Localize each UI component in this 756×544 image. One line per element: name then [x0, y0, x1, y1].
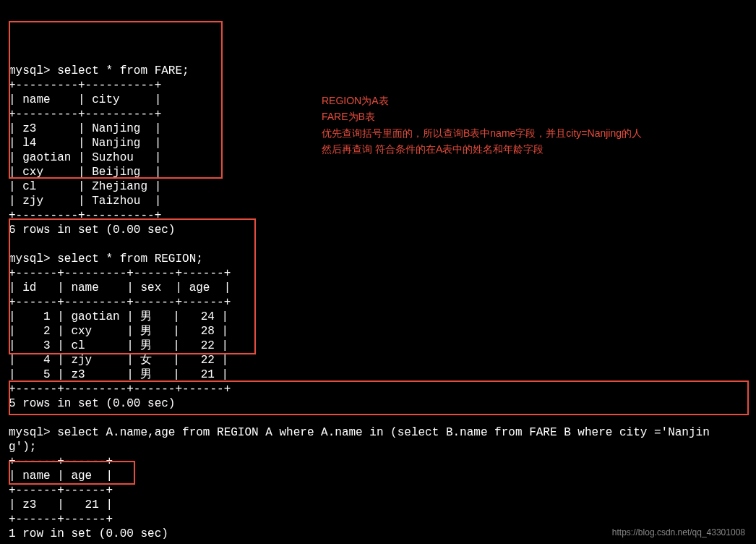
sql-query-fare: select * from FARE;: [57, 64, 189, 77]
table-row: | 2 | cxy | 男 | 28 |: [9, 325, 228, 338]
annotation-line: REGION为A表: [322, 93, 642, 109]
table-border: +---------+----------+: [9, 79, 161, 92]
table-row: | gaotian | Suzhou |: [9, 151, 161, 164]
table-border: +------+------+: [9, 455, 113, 468]
annotation-text: REGION为A表 FARE为B表 优先查询括号里面的，所以查询B表中name字…: [322, 93, 642, 158]
table-row: | cl | Zhejiang |: [9, 180, 161, 193]
watermark-text: https://blog.csdn.net/qq_43301008: [612, 527, 745, 538]
table-header: | id | name | sex | age |: [9, 281, 231, 294]
table-row: | cxy | Beijing |: [9, 166, 161, 179]
table-border: +------+------+: [9, 513, 113, 526]
table-row: | 3 | cl | 男 | 22 |: [9, 339, 228, 352]
sql-query-join-cont: g');: [9, 441, 36, 454]
mysql-prompt: mysql>: [9, 252, 57, 265]
table-border: +---------+----------+: [9, 108, 161, 121]
table-border: +------+---------+------+------+: [9, 296, 231, 309]
mysql-prompt: mysql>: [9, 426, 57, 439]
result-status: 6 rows in set (0.00 sec): [9, 224, 175, 237]
table-border: +---------+----------+: [9, 209, 161, 222]
table-border: +------+------+: [9, 484, 113, 497]
result-status: 1 row in set (0.00 sec): [9, 527, 168, 540]
mysql-prompt: mysql>: [9, 64, 57, 77]
table-row: | 1 | gaotian | 男 | 24 |: [9, 310, 228, 323]
table-row: | z3 | Nanjing |: [9, 122, 161, 135]
annotation-line: 优先查询括号里面的，所以查询B表中name字段，并且city=Nanjing的人: [322, 125, 642, 141]
table-border: +------+---------+------+------+: [9, 267, 231, 280]
annotation-line: FARE为B表: [322, 109, 642, 124]
table-row: | 4 | zjy | 女 | 22 |: [9, 354, 228, 367]
sql-query-join: select A.name,age from REGION A where A.…: [57, 426, 710, 439]
annotation-line: 然后再查询 符合条件的在A表中的姓名和年龄字段: [322, 141, 642, 157]
table-row: | zjy | Taizhou |: [9, 195, 161, 208]
table-header: | name | city |: [9, 93, 161, 106]
table-border: +------+---------+------+------+: [9, 383, 231, 396]
sql-query-region: select * from REGION;: [57, 252, 203, 265]
table-row: | z3 | 21 |: [9, 498, 113, 511]
result-status: 5 rows in set (0.00 sec): [9, 397, 175, 410]
table-header: | name | age |: [9, 469, 113, 483]
table-row: | l4 | Nanjing |: [9, 137, 161, 150]
table-row: | 5 | z3 | 男 | 21 |: [9, 368, 228, 381]
